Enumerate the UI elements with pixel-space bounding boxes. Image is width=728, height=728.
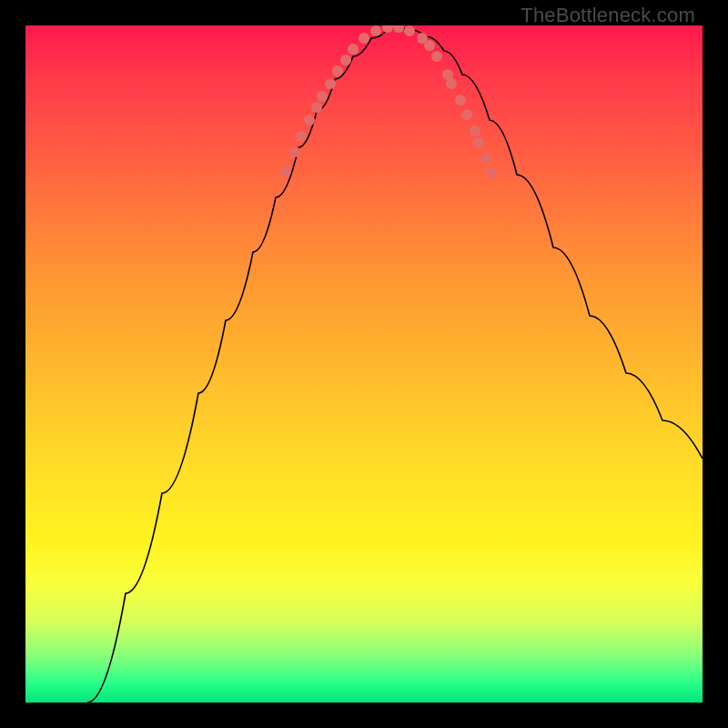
chart-background	[25, 25, 703, 703]
watermark-label: TheBottleneck.com	[521, 4, 695, 27]
